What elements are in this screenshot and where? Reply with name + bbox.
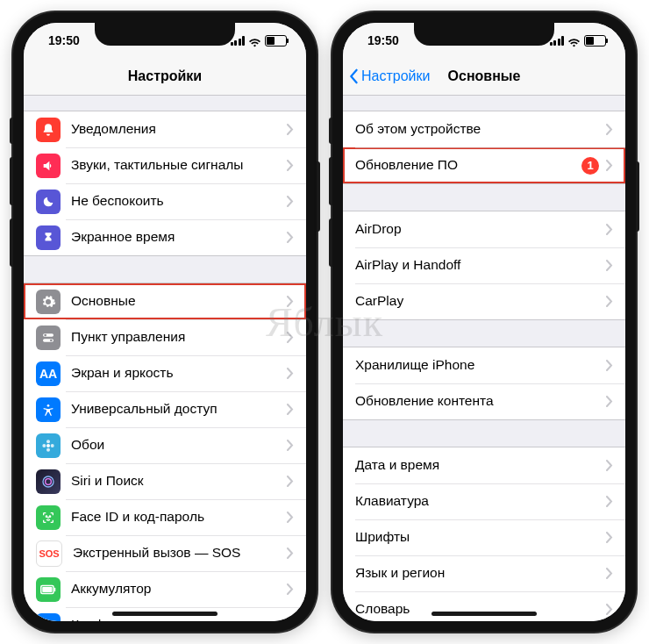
row-label: Хранилище iPhone [355,357,606,374]
row-language[interactable]: Язык и регион [343,555,625,591]
svg-point-13 [49,516,50,517]
row-control[interactable]: Пункт управления [24,319,306,355]
row-sos[interactable]: SOS Экстренный вызов — SOS [24,535,306,571]
chevron-right-icon [606,360,613,371]
row-label: Аккумулятор [71,581,287,597]
svg-rect-15 [42,587,52,592]
chevron-right-icon [606,568,613,579]
flower-icon [36,433,61,458]
row-label: Основные [71,293,287,310]
svg-point-11 [46,478,52,484]
row-sounds[interactable]: Звуки, тактильные сигналы [24,147,306,183]
row-label: Face ID и код-пароль [71,509,287,526]
row-carplay[interactable]: CarPlay [343,283,625,319]
chevron-right-icon [606,160,613,171]
chevron-right-icon [287,196,294,207]
row-label: Шрифты [355,529,606,546]
chevron-right-icon [287,368,294,379]
hourglass-icon [36,225,61,250]
notch [95,23,235,46]
settings-group: Дата и время Клавиатура Шрифты Язык и ре… [343,447,625,621]
row-about[interactable]: Об этом устройстве [343,111,625,147]
chevron-right-icon [606,296,613,307]
settings-group: Основные Пункт управления AA Экран и ярк… [24,283,306,621]
nav-bar: Настройки Основные [343,58,625,96]
switches-icon [36,326,61,350]
chevron-right-icon [606,124,613,135]
moon-icon [36,190,61,214]
chevron-right-icon [606,396,613,407]
row-storage[interactable]: Хранилище iPhone [343,347,625,383]
chevron-right-icon [287,404,294,415]
row-label: Экранное время [71,229,287,246]
row-airdrop[interactable]: AirDrop [343,211,625,247]
chevron-right-icon [287,512,294,523]
row-bgrefresh[interactable]: Обновление контента [343,383,625,419]
svg-point-7 [46,447,50,451]
row-display[interactable]: AA Экран и яркость [24,355,306,391]
chevron-right-icon [606,532,613,543]
faceid-icon [36,505,61,530]
home-indicator[interactable] [431,612,537,616]
settings-group: AirDrop AirPlay и Handoff CarPlay [343,211,625,320]
row-label: Экстренный вызов — SOS [73,545,287,562]
home-indicator[interactable] [112,612,218,616]
row-screentime[interactable]: Экранное время [24,219,306,255]
svg-point-10 [43,476,53,487]
gear-icon [36,290,61,314]
chevron-right-icon [606,604,613,615]
settings-content: Уведомления Звуки, тактильные сигналы Не… [24,95,306,621]
chevron-right-icon [287,160,294,171]
row-label: CarPlay [355,293,606,310]
row-dictionary[interactable]: Словарь [343,591,625,621]
chevron-right-icon [287,332,294,343]
general-content: Об этом устройстве Обновление ПО 1 AirDr… [343,95,625,621]
chevron-right-icon [287,583,294,595]
chevron-right-icon [606,496,613,507]
notch [414,23,554,46]
row-label: Обои [71,437,287,454]
chevron-right-icon [287,619,294,621]
svg-point-9 [51,444,54,447]
back-button[interactable]: Настройки [348,58,430,95]
phone-left: 19:50 Настройки Уведомления Звуки, такти… [13,12,317,632]
sos-icon: SOS [36,540,62,567]
row-label: Siri и Поиск [71,473,287,490]
battery-icon [265,35,287,47]
chevron-right-icon [606,224,613,235]
row-keyboard[interactable]: Клавиатура [343,483,625,519]
row-fonts[interactable]: Шрифты [343,519,625,555]
bell-icon [36,118,61,142]
page-title: Настройки [128,68,202,84]
chevron-right-icon [287,124,294,135]
badge: 1 [581,157,599,175]
wifi-icon [567,36,581,46]
row-label: Клавиатура [355,493,606,510]
row-label: Конфиденциальность [71,617,287,621]
row-wallpaper[interactable]: Обои [24,427,306,463]
row-general[interactable]: Основные [24,283,306,319]
chevron-right-icon [287,232,294,243]
row-label: Не беспокоить [71,193,287,210]
status-time: 19:50 [367,33,399,47]
row-battery[interactable]: Аккумулятор [24,571,306,607]
row-siri[interactable]: Siri и Поиск [24,463,306,499]
svg-point-6 [46,440,50,443]
settings-group: Об этом устройстве Обновление ПО 1 [343,111,625,184]
status-time: 19:50 [48,33,80,47]
row-accessibility[interactable]: Универсальный доступ [24,391,306,427]
row-dnd[interactable]: Не беспокоить [24,183,306,219]
row-label: Экран и яркость [71,365,287,382]
aa-icon: AA [36,361,61,386]
row-label: Дата и время [355,457,606,474]
row-label: Язык и регион [355,565,606,582]
svg-point-4 [47,404,50,407]
row-swupdate[interactable]: Обновление ПО 1 [343,147,625,183]
row-label: AirDrop [355,221,606,238]
row-airplay[interactable]: AirPlay и Handoff [343,247,625,283]
row-datetime[interactable]: Дата и время [343,447,625,483]
row-label: Звуки, тактильные сигналы [71,157,287,174]
row-notifications[interactable]: Уведомления [24,111,306,147]
row-label: Пункт управления [71,329,287,346]
row-faceid[interactable]: Face ID и код-пароль [24,499,306,535]
